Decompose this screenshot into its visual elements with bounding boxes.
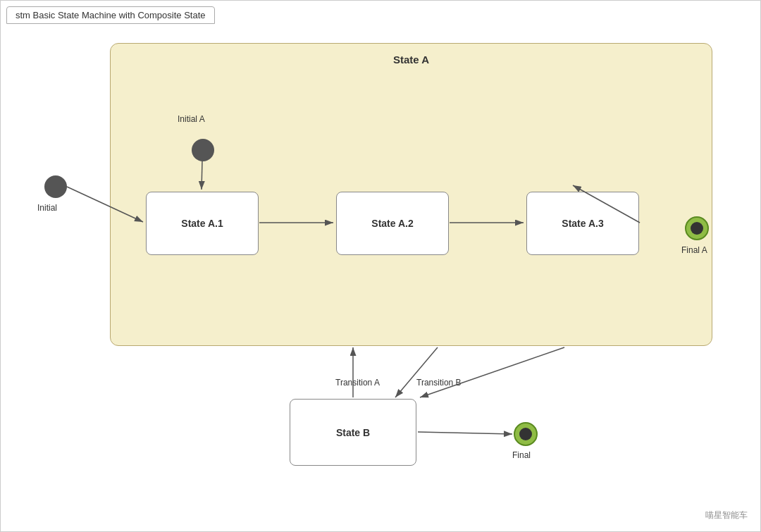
final-b-inner xyxy=(519,428,532,440)
svg-line-10 xyxy=(420,347,564,397)
state-a-label: State A xyxy=(393,54,429,66)
final-a-state xyxy=(685,216,709,240)
state-a-composite: State A Initial A State A.1 State A.2 St… xyxy=(110,43,712,346)
final-a-inner xyxy=(691,222,703,235)
diagram-container: stm Basic State Machine with Composite S… xyxy=(0,0,761,532)
final-b-state xyxy=(514,422,538,446)
initial-a-pseudostate xyxy=(192,139,214,161)
transition-b-label: Transition B xyxy=(416,378,462,388)
state-a3: State A.3 xyxy=(526,192,639,255)
diagram-title: stm Basic State Machine with Composite S… xyxy=(6,6,215,24)
final-a-label: Final A xyxy=(681,245,707,255)
svg-line-9 xyxy=(395,347,438,397)
initial-a-label: Initial A xyxy=(178,114,205,124)
initial-outer-pseudostate xyxy=(44,175,67,198)
state-a2: State A.2 xyxy=(336,192,449,255)
svg-line-7 xyxy=(418,432,512,434)
state-a1: State A.1 xyxy=(146,192,259,255)
initial-outer-label: Initial xyxy=(37,203,57,213)
state-b: State B xyxy=(290,399,416,466)
watermark: 喵星智能车 xyxy=(705,509,748,521)
final-b-label: Final xyxy=(512,450,531,460)
transition-a-label: Transition A xyxy=(335,378,380,388)
